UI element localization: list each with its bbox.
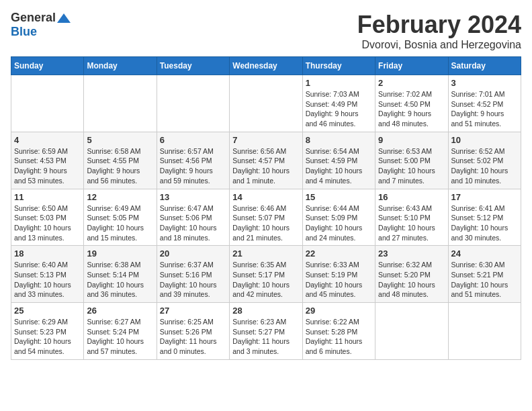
day-info: Sunrise: 6:52 AMSunset: 5:02 PMDaylight:… [451, 146, 518, 186]
svg-marker-0 [57, 13, 71, 23]
calendar-cell [230, 75, 302, 132]
day-info: Sunrise: 6:29 AMSunset: 5:23 PMDaylight:… [14, 317, 81, 357]
day-info: Sunrise: 6:50 AMSunset: 5:03 PMDaylight:… [14, 203, 81, 243]
day-number: 29 [306, 306, 372, 316]
day-info: Sunrise: 6:54 AMSunset: 4:59 PMDaylight:… [306, 146, 372, 186]
day-info: Sunrise: 6:32 AMSunset: 5:20 PMDaylight:… [378, 260, 445, 300]
calendar-cell: 12Sunrise: 6:49 AMSunset: 5:05 PMDayligh… [84, 189, 157, 246]
calendar-week-row: 11Sunrise: 6:50 AMSunset: 5:03 PMDayligh… [11, 189, 521, 246]
day-info: Sunrise: 6:57 AMSunset: 4:56 PMDaylight:… [160, 146, 226, 186]
day-info: Sunrise: 6:25 AMSunset: 5:26 PMDaylight:… [160, 317, 226, 357]
day-info: Sunrise: 6:38 AMSunset: 5:14 PMDaylight:… [87, 260, 153, 300]
day-info: Sunrise: 6:59 AMSunset: 4:53 PMDaylight:… [14, 146, 81, 186]
day-number: 20 [160, 248, 226, 259]
day-number: 12 [87, 192, 153, 202]
calendar-cell: 6Sunrise: 6:57 AMSunset: 4:56 PMDaylight… [157, 132, 229, 189]
day-number: 26 [87, 306, 153, 316]
day-info: Sunrise: 6:44 AMSunset: 5:09 PMDaylight:… [306, 203, 372, 243]
day-number: 22 [306, 248, 372, 259]
calendar-week-row: 25Sunrise: 6:29 AMSunset: 5:23 PMDayligh… [11, 303, 521, 360]
day-info: Sunrise: 6:22 AMSunset: 5:28 PMDaylight:… [306, 317, 372, 357]
calendar-cell: 18Sunrise: 6:40 AMSunset: 5:13 PMDayligh… [11, 246, 84, 303]
day-info: Sunrise: 6:47 AMSunset: 5:06 PMDaylight:… [160, 203, 226, 243]
day-info: Sunrise: 6:53 AMSunset: 5:00 PMDaylight:… [378, 146, 445, 186]
calendar-cell: 27Sunrise: 6:25 AMSunset: 5:26 PMDayligh… [157, 303, 229, 360]
day-info: Sunrise: 7:02 AMSunset: 4:50 PMDaylight:… [378, 89, 445, 129]
day-number: 25 [14, 306, 81, 316]
calendar-cell: 13Sunrise: 6:47 AMSunset: 5:06 PMDayligh… [157, 189, 229, 246]
calendar-cell: 19Sunrise: 6:38 AMSunset: 5:14 PMDayligh… [84, 246, 157, 303]
day-info: Sunrise: 6:40 AMSunset: 5:13 PMDaylight:… [14, 260, 81, 300]
day-info: Sunrise: 6:27 AMSunset: 5:24 PMDaylight:… [87, 317, 153, 357]
day-number: 18 [14, 248, 81, 259]
calendar-cell: 17Sunrise: 6:41 AMSunset: 5:12 PMDayligh… [448, 189, 521, 246]
calendar-cell: 5Sunrise: 6:58 AMSunset: 4:55 PMDaylight… [84, 132, 157, 189]
calendar-cell: 11Sunrise: 6:50 AMSunset: 5:03 PMDayligh… [11, 189, 84, 246]
logo: General Blue [11, 11, 71, 39]
day-number: 23 [378, 248, 445, 259]
calendar-cell: 2Sunrise: 7:02 AMSunset: 4:50 PMDaylight… [375, 75, 448, 132]
calendar-cell: 22Sunrise: 6:33 AMSunset: 5:19 PMDayligh… [302, 246, 375, 303]
calendar-cell [448, 303, 521, 360]
day-number: 6 [160, 135, 226, 145]
day-number: 14 [232, 192, 299, 202]
weekday-header-monday: Monday [84, 57, 157, 75]
calendar-cell: 9Sunrise: 6:53 AMSunset: 5:00 PMDaylight… [375, 132, 448, 189]
day-number: 16 [378, 192, 445, 202]
day-number: 24 [451, 248, 518, 259]
day-info: Sunrise: 7:03 AMSunset: 4:49 PMDaylight:… [306, 89, 372, 129]
calendar-cell: 16Sunrise: 6:43 AMSunset: 5:10 PMDayligh… [375, 189, 448, 246]
day-info: Sunrise: 6:23 AMSunset: 5:27 PMDaylight:… [232, 317, 299, 357]
month-title: February 2024 [357, 11, 521, 39]
day-info: Sunrise: 6:46 AMSunset: 5:07 PMDaylight:… [232, 203, 299, 243]
calendar-week-row: 18Sunrise: 6:40 AMSunset: 5:13 PMDayligh… [11, 246, 521, 303]
day-number: 4 [14, 135, 81, 145]
calendar-cell: 1Sunrise: 7:03 AMSunset: 4:49 PMDaylight… [302, 75, 375, 132]
day-number: 28 [232, 306, 299, 316]
calendar-cell: 4Sunrise: 6:59 AMSunset: 4:53 PMDaylight… [11, 132, 84, 189]
calendar-cell: 24Sunrise: 6:30 AMSunset: 5:21 PMDayligh… [448, 246, 521, 303]
weekday-header-tuesday: Tuesday [157, 57, 229, 75]
calendar-cell: 26Sunrise: 6:27 AMSunset: 5:24 PMDayligh… [84, 303, 157, 360]
day-number: 2 [378, 78, 445, 88]
weekday-header-saturday: Saturday [448, 57, 521, 75]
day-info: Sunrise: 6:37 AMSunset: 5:16 PMDaylight:… [160, 260, 226, 300]
logo-general-text: General [11, 11, 56, 25]
day-number: 9 [378, 135, 445, 145]
day-number: 21 [232, 248, 299, 259]
calendar-cell: 28Sunrise: 6:23 AMSunset: 5:27 PMDayligh… [230, 303, 302, 360]
day-info: Sunrise: 6:41 AMSunset: 5:12 PMDaylight:… [451, 203, 518, 243]
calendar-cell: 7Sunrise: 6:56 AMSunset: 4:57 PMDaylight… [230, 132, 302, 189]
calendar-cell: 10Sunrise: 6:52 AMSunset: 5:02 PMDayligh… [448, 132, 521, 189]
day-info: Sunrise: 6:30 AMSunset: 5:21 PMDaylight:… [451, 260, 518, 300]
day-info: Sunrise: 6:33 AMSunset: 5:19 PMDaylight:… [306, 260, 372, 300]
day-info: Sunrise: 6:58 AMSunset: 4:55 PMDaylight:… [87, 146, 153, 186]
calendar-cell: 3Sunrise: 7:01 AMSunset: 4:52 PMDaylight… [448, 75, 521, 132]
logo-blue-text: Blue [11, 25, 37, 38]
day-number: 1 [306, 78, 372, 88]
day-number: 8 [306, 135, 372, 145]
calendar-cell: 23Sunrise: 6:32 AMSunset: 5:20 PMDayligh… [375, 246, 448, 303]
header: General Blue February 2024 Dvorovi, Bosn… [11, 11, 521, 51]
day-number: 13 [160, 192, 226, 202]
day-number: 17 [451, 192, 518, 202]
calendar-week-row: 4Sunrise: 6:59 AMSunset: 4:53 PMDaylight… [11, 132, 521, 189]
calendar-cell: 8Sunrise: 6:54 AMSunset: 4:59 PMDaylight… [302, 132, 375, 189]
calendar-cell: 21Sunrise: 6:35 AMSunset: 5:17 PMDayligh… [230, 246, 302, 303]
title-area: February 2024 Dvorovi, Bosnia and Herzeg… [357, 11, 521, 51]
day-number: 5 [87, 135, 153, 145]
calendar-cell: 14Sunrise: 6:46 AMSunset: 5:07 PMDayligh… [230, 189, 302, 246]
day-number: 11 [14, 192, 81, 202]
calendar-cell: 15Sunrise: 6:44 AMSunset: 5:09 PMDayligh… [302, 189, 375, 246]
location-subtitle: Dvorovi, Bosnia and Herzegovina [357, 39, 521, 51]
calendar-cell [11, 75, 84, 132]
day-number: 19 [87, 248, 153, 259]
calendar-cell: 25Sunrise: 6:29 AMSunset: 5:23 PMDayligh… [11, 303, 84, 360]
calendar-week-row: 1Sunrise: 7:03 AMSunset: 4:49 PMDaylight… [11, 75, 521, 132]
calendar-cell [157, 75, 229, 132]
logo-icon [57, 13, 71, 23]
calendar-cell [84, 75, 157, 132]
day-info: Sunrise: 6:49 AMSunset: 5:05 PMDaylight:… [87, 203, 153, 243]
weekday-header-friday: Friday [375, 57, 448, 75]
day-info: Sunrise: 6:56 AMSunset: 4:57 PMDaylight:… [232, 146, 299, 186]
